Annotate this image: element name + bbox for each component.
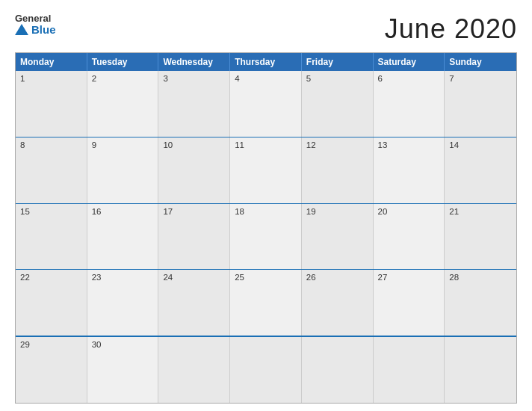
day-empty-2 <box>230 337 302 403</box>
header-saturday: Saturday <box>374 53 445 71</box>
calendar-title: June 2020 <box>385 13 517 45</box>
day-empty-5 <box>445 337 516 403</box>
header-thursday: Thursday <box>230 53 302 71</box>
header-tuesday: Tuesday <box>87 53 159 71</box>
week-2: 8 9 10 11 12 13 14 <box>16 137 516 203</box>
day-18: 18 <box>230 204 302 270</box>
day-17: 17 <box>158 204 230 270</box>
day-26: 26 <box>302 270 374 336</box>
header-monday: Monday <box>16 53 87 71</box>
week-1: 1 2 3 4 5 6 7 <box>16 71 516 137</box>
day-23: 23 <box>87 270 159 336</box>
day-13: 13 <box>374 137 445 203</box>
day-24: 24 <box>158 270 230 336</box>
day-5: 5 <box>302 71 374 137</box>
day-21: 21 <box>445 204 516 270</box>
day-25: 25 <box>230 270 302 336</box>
calendar-body: 1 2 3 4 5 6 7 8 9 10 11 12 13 14 15 16 <box>16 71 516 403</box>
day-4: 4 <box>230 71 302 137</box>
day-27: 27 <box>374 270 445 336</box>
day-7: 7 <box>445 71 516 137</box>
header-sunday: Sunday <box>445 53 516 71</box>
day-30: 30 <box>87 337 159 403</box>
header-friday: Friday <box>302 53 374 71</box>
day-9: 9 <box>87 137 159 203</box>
page: General Blue June 2020 Monday Tuesday We… <box>0 0 532 411</box>
header: General Blue June 2020 <box>15 13 517 45</box>
calendar: Monday Tuesday Wednesday Thursday Friday… <box>15 52 517 404</box>
day-empty-3 <box>302 337 374 403</box>
day-8: 8 <box>16 137 87 203</box>
logo-blue-row: Blue <box>15 24 56 35</box>
day-29: 29 <box>16 337 87 403</box>
day-15: 15 <box>16 204 87 270</box>
week-5: 29 30 <box>16 336 516 403</box>
day-11: 11 <box>230 137 302 203</box>
day-6: 6 <box>374 71 445 137</box>
week-4: 22 23 24 25 26 27 28 <box>16 269 516 336</box>
day-empty-4 <box>374 337 445 403</box>
day-2: 2 <box>87 71 159 137</box>
calendar-header-row: Monday Tuesday Wednesday Thursday Friday… <box>16 53 516 71</box>
day-12: 12 <box>302 137 374 203</box>
logo-general-text: General <box>15 13 51 24</box>
day-14: 14 <box>445 137 516 203</box>
day-19: 19 <box>302 204 374 270</box>
day-16: 16 <box>87 204 159 270</box>
week-3: 15 16 17 18 19 20 21 <box>16 203 516 270</box>
day-1: 1 <box>16 71 87 137</box>
day-28: 28 <box>445 270 516 336</box>
day-10: 10 <box>158 137 230 203</box>
day-22: 22 <box>16 270 87 336</box>
day-20: 20 <box>374 204 445 270</box>
logo-triangle-icon <box>15 24 28 35</box>
logo-blue-text: Blue <box>31 24 56 35</box>
logo: General Blue <box>15 13 56 35</box>
day-empty-1 <box>158 337 230 403</box>
header-wednesday: Wednesday <box>158 53 230 71</box>
day-3: 3 <box>158 71 230 137</box>
